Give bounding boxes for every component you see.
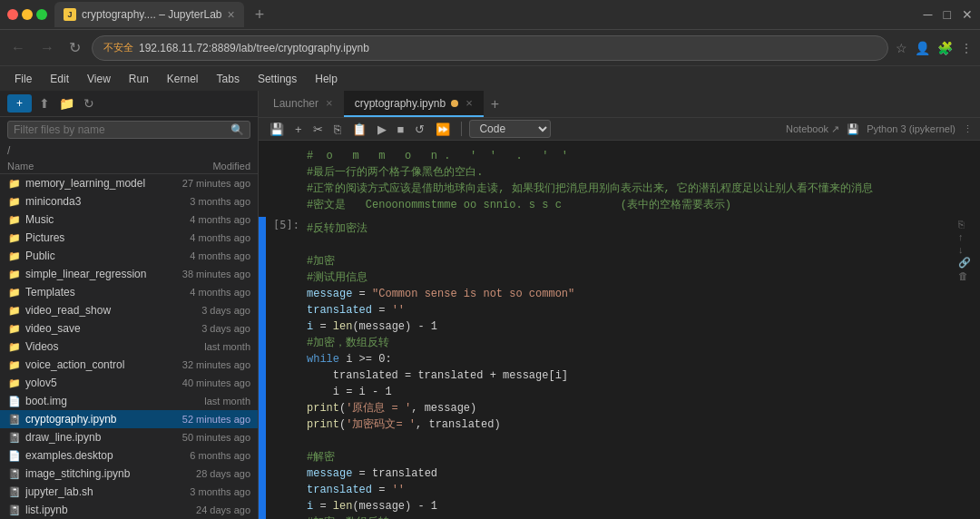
upload-icon[interactable]: ⬆ (37, 94, 52, 113)
file-item[interactable]: 📁simple_linear_regression38 minutes ago (0, 265, 258, 283)
kernel-save-icon[interactable]: 💾 (847, 123, 859, 135)
column-name-header[interactable]: Name (7, 161, 151, 171)
restart-button[interactable]: ↺ (411, 121, 428, 138)
tab-close-button[interactable]: × (228, 8, 235, 21)
close-icon[interactable]: ✕ (962, 7, 973, 22)
window-controls[interactable] (7, 9, 47, 20)
file-item[interactable]: 📓draw_line.ipynb50 minutes ago (0, 428, 258, 446)
file-item[interactable]: 📁Music4 months ago (0, 211, 258, 229)
minimize-window-button[interactable] (22, 9, 33, 20)
file-modified: 6 months ago (151, 450, 250, 461)
bookmark-icon[interactable]: ☆ (896, 41, 907, 55)
new-file-button[interactable]: + (7, 94, 32, 113)
file-item[interactable]: 📁voice_action_control32 minutes ago (0, 356, 258, 374)
cell-down-button[interactable]: ↓ (958, 244, 976, 255)
file-item[interactable]: 📁video_save3 days ago (0, 319, 258, 338)
menu-run[interactable]: Run (122, 70, 156, 88)
back-button[interactable]: ← (7, 38, 29, 58)
copy-button[interactable]: ⎘ (330, 121, 345, 138)
file-item[interactable]: 📄boot.imglast month (0, 392, 258, 410)
browser-tab[interactable]: J cryptography.... – JupyterLab × (54, 2, 244, 27)
cell-copy-button[interactable]: ⎘ (958, 219, 976, 230)
notebook-area: Launcher × cryptography.ipynb × + 💾 + ✂ … (259, 91, 980, 519)
tab-favicon: J (64, 8, 76, 21)
column-modified-header[interactable]: Modified (151, 161, 250, 171)
cell-delete-button[interactable]: 🗑 (958, 270, 976, 281)
cell-5-content[interactable]: #反转加密法 #加密 #测试用信息 message = "Common sens… (307, 217, 955, 519)
cut-button[interactable]: ✂ (309, 121, 327, 138)
file-item[interactable]: 📁memory_learning_model27 minutes ago (0, 174, 258, 192)
menu-kernel[interactable]: Kernel (160, 70, 206, 88)
new-folder-icon[interactable]: 📁 (57, 94, 76, 113)
close-window-button[interactable] (7, 9, 18, 20)
file-item[interactable]: 📁Templates4 months ago (0, 283, 258, 301)
tab-cryptography[interactable]: cryptography.ipynb × (344, 91, 484, 117)
refresh-button[interactable]: ↻ (65, 37, 84, 58)
menu-edit[interactable]: Edit (43, 70, 76, 88)
file-item[interactable]: 📓list.ipynb24 days ago (0, 501, 258, 519)
dirty-indicator (451, 100, 458, 107)
add-tab-button[interactable]: + (484, 93, 506, 116)
menu-tabs[interactable]: Tabs (210, 70, 247, 88)
code-block-5: #反转加密法 #加密 #测试用信息 message = "Common sens… (307, 217, 955, 519)
paste-button[interactable]: 📋 (348, 121, 370, 138)
folder-icon: 📁 (7, 177, 22, 190)
menu-settings[interactable]: Settings (250, 70, 304, 88)
file-item[interactable]: 📄examples.desktop6 months ago (0, 446, 258, 465)
file-name: yolov5 (25, 377, 151, 389)
file-item[interactable]: 📁Pictures4 months ago (0, 229, 258, 247)
save-button[interactable]: 💾 (266, 121, 288, 138)
file-item[interactable]: 📓jupyter_lab.sh3 months ago (0, 483, 258, 501)
file-modified: 27 minutes ago (151, 178, 250, 189)
menu-help[interactable]: Help (308, 70, 345, 88)
minimize-icon[interactable]: ─ (924, 7, 933, 22)
refresh-files-icon[interactable]: ↻ (82, 94, 96, 113)
new-tab-button[interactable]: + (255, 5, 265, 24)
file-item[interactable]: 📁Public4 months ago (0, 247, 258, 265)
restart-run-button[interactable]: ⏩ (432, 121, 454, 138)
kernel-info: Notebook ↗ 💾 Python 3 (ipykernel) ⋮ (786, 123, 973, 135)
file-modified: 38 minutes ago (151, 269, 250, 279)
kernel-name[interactable]: Python 3 (ipykernel) (867, 123, 956, 134)
code-line-comment-test-msg: #测试用信息 (307, 269, 955, 286)
title-controls: ─ □ ✕ (924, 7, 973, 22)
folder-icon: 📁 (7, 231, 22, 244)
file-name: Templates (25, 286, 151, 299)
file-item[interactable]: 📓image_stitching.ipynb28 days ago (0, 465, 258, 483)
tab-launcher[interactable]: Launcher × (262, 91, 344, 117)
file-item[interactable]: 📁video_read_show3 days ago (0, 301, 258, 319)
forward-button[interactable]: → (36, 38, 58, 58)
kernel-menu-icon[interactable]: ⋮ (963, 123, 973, 135)
search-input[interactable] (14, 123, 227, 136)
run-button[interactable]: ▶ (374, 121, 390, 138)
file-name: Pictures (25, 231, 151, 244)
file-item[interactable]: 📁miniconda33 months ago (0, 192, 258, 211)
folder-icon: 📁 (7, 286, 22, 299)
py-icon: 📓 (7, 467, 22, 480)
extensions-icon[interactable]: 🧩 (937, 41, 953, 55)
search-box[interactable]: 🔍 (7, 121, 250, 139)
file-name: list.ipynb (25, 504, 151, 516)
file-name: voice_action_control (25, 358, 151, 371)
folder-icon: 📁 (7, 195, 22, 208)
cell-area: # o m m o n . ' ' . ' ' #最后一行的两个格子像黑色的空白… (259, 141, 980, 519)
cell-type-select[interactable]: Code Markdown Raw (469, 120, 551, 138)
file-item[interactable]: 📓cryptography.ipynb52 minutes ago (0, 410, 258, 428)
settings-icon[interactable]: ⋮ (960, 41, 973, 55)
file-item[interactable]: 📁Videoslast month (0, 338, 258, 356)
menu-view[interactable]: View (80, 70, 118, 88)
maximize-window-button[interactable] (36, 9, 47, 20)
notebook-label[interactable]: Notebook ↗ (786, 123, 839, 135)
profile-icon[interactable]: 👤 (915, 41, 930, 55)
url-bar[interactable]: 不安全 192.168.11.72:8889/lab/tree/cryptogr… (92, 35, 888, 61)
menu-file[interactable]: File (7, 70, 39, 88)
cell-link-button[interactable]: 🔗 (958, 257, 976, 269)
launcher-tab-close[interactable]: × (326, 96, 333, 110)
cell-up-button[interactable]: ↑ (958, 231, 976, 242)
restore-icon[interactable]: □ (944, 7, 951, 22)
interrupt-button[interactable]: ■ (394, 121, 408, 138)
cryptography-tab-close[interactable]: × (466, 96, 473, 110)
file-item[interactable]: 📁yolov540 minutes ago (0, 374, 258, 392)
add-cell-button[interactable]: + (291, 121, 306, 138)
file-name: boot.img (25, 395, 151, 407)
